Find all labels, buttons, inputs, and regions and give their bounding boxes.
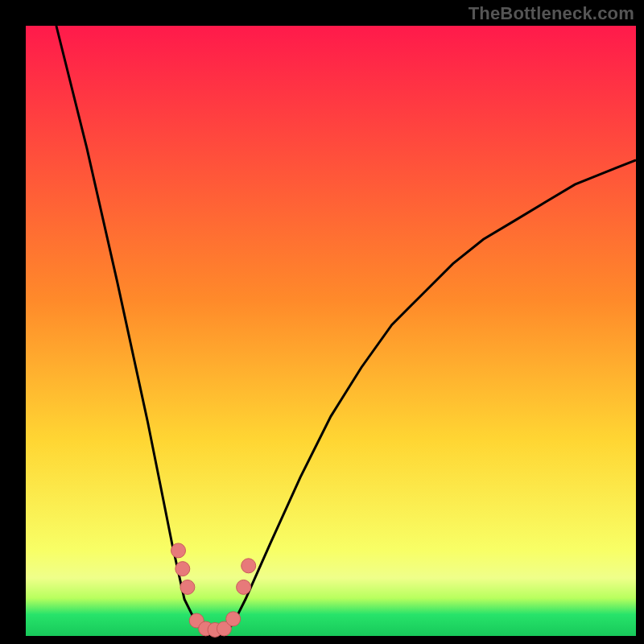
chart-stage: { "watermark": "TheBottleneck.com", "col… xyxy=(0,0,644,644)
bottleneck-chart xyxy=(0,0,644,644)
marker-dot xyxy=(180,580,195,594)
marker-dot xyxy=(175,562,190,576)
plot-background xyxy=(26,26,636,636)
marker-dot xyxy=(171,543,186,558)
marker-dot xyxy=(242,559,256,573)
marker-dot xyxy=(237,580,251,594)
watermark-text: TheBottleneck.com xyxy=(469,3,634,24)
marker-dot xyxy=(226,612,241,626)
